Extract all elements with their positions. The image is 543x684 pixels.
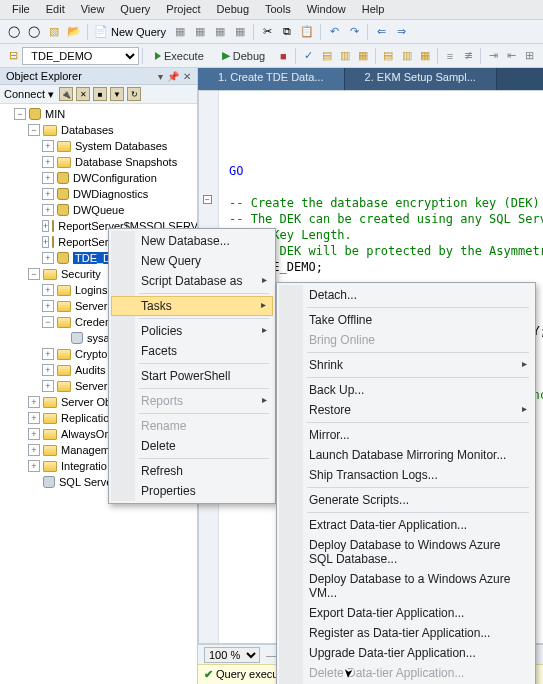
paste-icon[interactable]: 📋 (298, 23, 316, 41)
comment-icon[interactable]: ≡ (442, 47, 458, 65)
parse-icon[interactable]: ✓ (300, 47, 316, 65)
ctx-extract-data-tier[interactable]: Extract Data-tier Application... (279, 515, 533, 535)
server2-icon[interactable]: ▦ (191, 23, 209, 41)
stop-icon[interactable]: ■ (93, 87, 107, 101)
tree-sysdb[interactable]: +System Databases (0, 138, 197, 154)
tree-server[interactable]: −MIN (0, 106, 197, 122)
ctx-upgrade-data-tier[interactable]: Upgrade Data-tier Application... (279, 643, 533, 663)
tab-ekm-setup[interactable]: 2. EKM Setup Sampl... (345, 68, 497, 90)
tree-snap[interactable]: +Database Snapshots (0, 154, 197, 170)
ctx-restore[interactable]: Restore (279, 400, 533, 420)
new-query-icon[interactable]: 📄 (92, 23, 110, 41)
plan2-icon[interactable]: ▥ (337, 47, 353, 65)
new-query-button[interactable]: New Query (111, 26, 166, 38)
filter-icon[interactable]: ▼ (110, 87, 124, 101)
results2-icon[interactable]: ▥ (398, 47, 414, 65)
database-select[interactable]: TDE_DEMO (22, 47, 139, 65)
server3-icon[interactable]: ▦ (211, 23, 229, 41)
folder-icon (43, 461, 57, 472)
ctx-new-query[interactable]: New Query (111, 251, 273, 271)
folder-icon (57, 317, 71, 328)
dropdown-icon[interactable]: ▾ (158, 71, 163, 82)
connect-button[interactable]: Connect ▾ (4, 88, 54, 101)
ctx-refresh[interactable]: Refresh (111, 461, 273, 481)
db-icon[interactable]: ⊟ (5, 47, 21, 65)
ctx-facets[interactable]: Facets (111, 341, 273, 361)
undo-icon[interactable]: ↶ (325, 23, 343, 41)
ctx-new-database[interactable]: New Database... (111, 231, 273, 251)
copy-icon[interactable]: ⧉ (278, 23, 296, 41)
tree-dwqueue[interactable]: +DWQueue (0, 202, 197, 218)
uncomment-icon[interactable]: ≢ (460, 47, 476, 65)
ctx-rename[interactable]: Rename (111, 416, 273, 436)
ctx-generate-scripts[interactable]: Generate Scripts... (279, 490, 533, 510)
stop-icon[interactable]: ■ (275, 47, 291, 65)
cut-icon[interactable]: ✂ (258, 23, 276, 41)
redo-icon[interactable]: ↷ (345, 23, 363, 41)
menu-window[interactable]: Window (299, 2, 354, 17)
close-icon[interactable]: ✕ (183, 71, 191, 82)
object-explorer-header: Object Explorer ▾ 📌 ✕ (0, 68, 197, 85)
tree-dwdiag[interactable]: +DWDiagnostics (0, 186, 197, 202)
ctx-policies[interactable]: Policies (111, 321, 273, 341)
indent-icon[interactable]: ⇥ (485, 47, 501, 65)
menu-project[interactable]: Project (158, 2, 208, 17)
database-icon (52, 236, 54, 248)
new-project-icon[interactable]: ▧ (45, 23, 63, 41)
toolbar-sql: ⊟ TDE_DEMO Execute ▶Debug ■ ✓ ▤ ▥ ▦ ▤ ▥ … (0, 44, 543, 68)
nav-fwd-icon[interactable]: ⇒ (392, 23, 410, 41)
ctx-launch-mirroring-monitor[interactable]: Launch Database Mirroring Monitor... (279, 445, 533, 465)
menu-help[interactable]: Help (354, 2, 393, 17)
ctx-deploy-azure-sql[interactable]: Deploy Database to Windows Azure SQL Dat… (279, 535, 533, 569)
ctx-delete-data-tier[interactable]: Delete Data-tier Application... (279, 663, 533, 683)
folder-icon (57, 141, 71, 152)
menu-edit[interactable]: Edit (38, 2, 73, 17)
plan-icon[interactable]: ▤ (319, 47, 335, 65)
ctx-backup[interactable]: Back Up... (279, 380, 533, 400)
outdent-icon[interactable]: ⇤ (504, 47, 520, 65)
menu-tools[interactable]: Tools (257, 2, 299, 17)
back-icon[interactable]: ◯ (5, 23, 23, 41)
stats-icon[interactable]: ▦ (355, 47, 371, 65)
tree-dwconfig[interactable]: +DWConfiguration (0, 170, 197, 186)
disconnect-icon[interactable]: ✕ (76, 87, 90, 101)
execute-button[interactable]: Execute (148, 48, 211, 64)
fwd-icon[interactable]: ◯ (25, 23, 43, 41)
ctx-mirror[interactable]: Mirror... (279, 425, 533, 445)
ctx-reports[interactable]: Reports (111, 391, 273, 411)
menu-file[interactable]: File (4, 2, 38, 17)
pin-icon[interactable]: 📌 (167, 71, 179, 82)
ctx-delete[interactable]: Delete (111, 436, 273, 456)
results-icon[interactable]: ▤ (380, 47, 396, 65)
ctx-shrink[interactable]: Shrink (279, 355, 533, 375)
ctx-ship-transaction-logs[interactable]: Ship Transaction Logs... (279, 465, 533, 485)
specify-icon[interactable]: ⊞ (522, 47, 538, 65)
debug-button[interactable]: ▶Debug (215, 47, 272, 64)
refresh-icon[interactable]: ↻ (127, 87, 141, 101)
ctx-detach[interactable]: Detach... (279, 285, 533, 305)
credential-icon (71, 332, 83, 344)
tree-databases[interactable]: −Databases (0, 122, 197, 138)
menu-query[interactable]: Query (112, 2, 158, 17)
nav-back-icon[interactable]: ⇐ (372, 23, 390, 41)
ctx-take-offline[interactable]: Take Offline (279, 310, 533, 330)
open-icon[interactable]: 📂 (65, 23, 83, 41)
menu-view[interactable]: View (73, 2, 113, 17)
ctx-deploy-azure-vm[interactable]: Deploy Database to a Windows Azure VM... (279, 569, 533, 603)
zoom-select[interactable]: 100 % (204, 647, 260, 663)
server4-icon[interactable]: ▦ (231, 23, 249, 41)
ctx-start-powershell[interactable]: Start PowerShell (111, 366, 273, 386)
ctx-script-database-as[interactable]: Script Database as (111, 271, 273, 291)
ctx-export-data-tier[interactable]: Export Data-tier Application... (279, 603, 533, 623)
ctx-bring-online[interactable]: Bring Online (279, 330, 533, 350)
menu-debug[interactable]: Debug (209, 2, 257, 17)
connect-icon[interactable]: 🔌 (59, 87, 73, 101)
results3-icon[interactable]: ▦ (417, 47, 433, 65)
folder-icon (43, 125, 57, 136)
server-icon[interactable]: ▦ (171, 23, 189, 41)
ctx-register-data-tier[interactable]: Register as Data-tier Application... (279, 623, 533, 643)
folder-icon (57, 301, 71, 312)
ctx-tasks[interactable]: Tasks (111, 296, 273, 316)
tab-create-tde[interactable]: 1. Create TDE Data... (198, 68, 345, 90)
ctx-properties[interactable]: Properties (111, 481, 273, 501)
